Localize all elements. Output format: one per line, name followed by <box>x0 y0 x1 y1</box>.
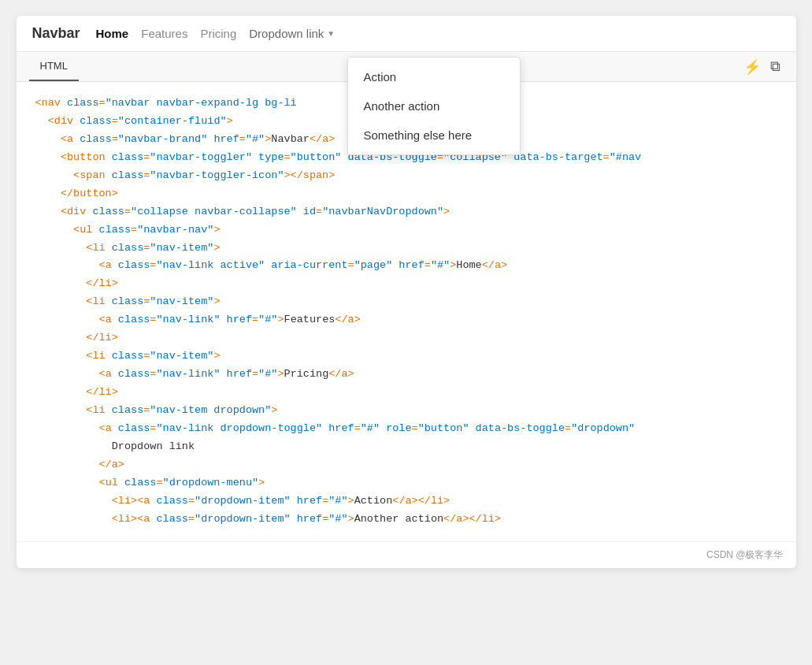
code-line: <a class="nav-link" href="#">Features</a… <box>35 311 777 329</box>
lightning-icon[interactable]: ⚡ <box>743 58 761 76</box>
dropdown-item-something[interactable]: Something else here <box>348 121 520 150</box>
code-line: <li><a class="dropdown-item" href="#">Ac… <box>35 492 777 511</box>
watermark-text: CSDN @极客李华 <box>706 549 784 560</box>
code-line: <li class="nav-item"> <box>35 347 777 366</box>
code-line: <div class="collapse navbar-collapse" id… <box>35 203 777 221</box>
main-container: Navbar Home Features Pricing Dropdown li… <box>17 16 796 568</box>
code-line: Dropdown link <box>35 438 777 456</box>
code-line: </a> <box>35 456 777 474</box>
code-line: <li class="nav-item dropdown"> <box>35 402 777 420</box>
clipboard-icon[interactable]: ⧉ <box>770 58 780 75</box>
dropdown-item-another[interactable]: Another action <box>348 91 520 121</box>
navbar: Navbar Home Features Pricing Dropdown li… <box>17 16 796 52</box>
code-line: </li> <box>35 275 777 293</box>
dropdown-item-action[interactable]: Action <box>348 62 520 91</box>
code-line: <li><a class="dropdown-item" href="#">An… <box>35 511 777 529</box>
tab-icons: ⚡ ⧉ <box>743 58 784 76</box>
watermark: CSDN @极客李华 <box>17 541 796 568</box>
code-line: <a class="nav-link active" aria-current=… <box>35 257 777 275</box>
code-line: <ul class="navbar-nav"> <box>35 221 777 240</box>
code-line: </button> <box>35 185 777 203</box>
code-line: <li class="nav-item"> <box>35 293 777 311</box>
code-line: <a class="nav-link dropdown-toggle" href… <box>35 420 777 438</box>
dropdown-label: Dropdown link <box>249 27 324 40</box>
nav-link-pricing[interactable]: Pricing <box>200 27 236 40</box>
nav-link-features[interactable]: Features <box>141 27 187 40</box>
code-line: </li> <box>35 329 777 347</box>
code-line: <li class="nav-item"> <box>35 240 777 258</box>
code-line: <a class="nav-link" href="#">Pricing</a> <box>35 366 777 384</box>
nav-link-home[interactable]: Home <box>96 27 129 40</box>
code-line: <span class="navbar-toggler-icon"></span… <box>35 167 777 185</box>
navbar-brand[interactable]: Navbar <box>32 25 80 42</box>
code-line: <ul class="dropdown-menu"> <box>35 474 777 492</box>
code-line: </li> <box>35 384 777 402</box>
tab-html[interactable]: HTML <box>29 52 79 81</box>
nav-links: Home Features Pricing Dropdown link ▼ <box>96 27 336 40</box>
dropdown-trigger[interactable]: Dropdown link ▼ <box>249 27 335 40</box>
chevron-down-icon: ▼ <box>327 29 335 38</box>
dropdown-menu: Action Another action Something else her… <box>347 57 521 155</box>
